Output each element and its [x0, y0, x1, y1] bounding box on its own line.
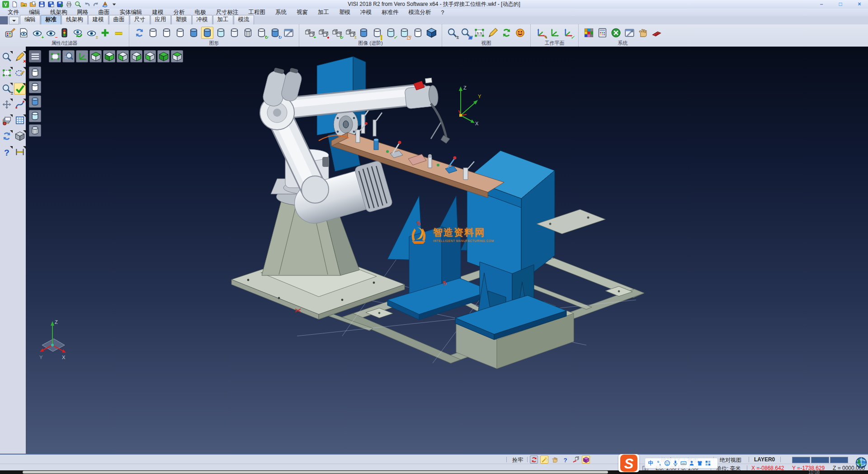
- edit-spline-icon[interactable]: [14, 99, 26, 110]
- tab-建模[interactable]: 建模: [88, 15, 108, 24]
- open-file-icon[interactable]: [20, 0, 28, 8]
- view-right-icon[interactable]: [157, 50, 170, 62]
- close-button[interactable]: ×: [854, 0, 865, 8]
- regenerate-view-icon[interactable]: [1, 130, 13, 142]
- solid-preview-icon[interactable]: [14, 130, 26, 142]
- dynamic-rotation-icon[interactable]: [571, 455, 580, 464]
- hatch-mode-icon[interactable]: [242, 27, 254, 39]
- undo-icon[interactable]: [83, 0, 91, 8]
- import-file-icon[interactable]: [29, 0, 37, 8]
- view-refresh-icon[interactable]: [500, 27, 513, 39]
- menu-item-加工[interactable]: 加工: [313, 8, 334, 17]
- minimize-button[interactable]: –: [816, 0, 827, 8]
- ime-language-icon[interactable]: 中: [647, 460, 655, 467]
- view-back-icon[interactable]: [130, 50, 142, 62]
- pick-filter-icon[interactable]: [551, 455, 559, 464]
- adv-view-manager-icon[interactable]: ●: [317, 27, 329, 39]
- measure-distance-icon[interactable]: [14, 146, 26, 158]
- system-calculator-icon[interactable]: [596, 27, 609, 39]
- view-top-icon[interactable]: [90, 50, 102, 62]
- solid-striped-icon[interactable]: ▌: [371, 27, 383, 39]
- tab-应用[interactable]: 应用: [151, 15, 171, 24]
- adv-add-view-icon[interactable]: +: [303, 27, 316, 39]
- attribute-paint-icon[interactable]: [4, 27, 16, 39]
- regenerate-icon[interactable]: [101, 0, 109, 8]
- tab-模流[interactable]: 模流: [234, 15, 254, 24]
- lock-toggle[interactable]: 拴牢: [512, 456, 523, 464]
- zoom-scale-1to1-icon[interactable]: 1:1: [473, 27, 486, 39]
- tab-加工[interactable]: 加工: [213, 15, 233, 24]
- magic-select-icon[interactable]: [540, 455, 548, 464]
- tab-曲面[interactable]: 曲面: [109, 15, 129, 24]
- menu-item-系统[interactable]: 系统: [270, 8, 292, 17]
- menu-item-视窗[interactable]: 视窗: [292, 8, 313, 17]
- add-to-filter-icon[interactable]: [99, 27, 111, 39]
- tab-编辑[interactable]: 编辑: [20, 15, 40, 24]
- save-copy-icon[interactable]: [56, 0, 64, 8]
- hidden-line-mode-icon[interactable]: [160, 27, 173, 39]
- workplane-create-icon[interactable]: ✎: [535, 27, 547, 39]
- save-file-icon[interactable]: [38, 0, 46, 8]
- solid-display-icon[interactable]: [358, 27, 370, 39]
- tab-冲模[interactable]: 冲模: [192, 15, 212, 24]
- ime-account-icon[interactable]: [688, 460, 695, 467]
- zoom-fly-icon[interactable]: [62, 50, 75, 62]
- view-mode-label[interactable]: 绝对视图: [720, 456, 741, 464]
- view-left-icon[interactable]: [144, 50, 156, 62]
- ime-skin-icon[interactable]: [696, 460, 703, 467]
- regen-solids-icon[interactable]: ↻: [255, 27, 268, 39]
- update-solids-icon[interactable]: ↻: [269, 27, 281, 39]
- move-entity-icon[interactable]: [1, 99, 13, 110]
- select-lasso-icon[interactable]: [14, 67, 26, 79]
- selection-pick-icon[interactable]: [637, 27, 649, 39]
- new-file-icon[interactable]: [11, 0, 19, 8]
- solid-tag-icon[interactable]: ◳: [398, 27, 410, 39]
- status-help-icon[interactable]: ?: [561, 455, 569, 464]
- restore-button[interactable]: □: [835, 0, 846, 8]
- view-front-icon[interactable]: [117, 50, 129, 62]
- customize-quick-access-icon[interactable]: [110, 0, 118, 8]
- context-help-icon[interactable]: ?: [1, 146, 13, 158]
- ime-punctuation-icon[interactable]: °,: [655, 460, 663, 467]
- ime-toolbox-icon[interactable]: [704, 460, 712, 467]
- sogou-logo-icon[interactable]: S: [618, 454, 639, 472]
- solid-verify-icon[interactable]: ✓: [385, 27, 397, 39]
- render-cube-toggle-icon[interactable]: [582, 455, 590, 464]
- shaded-edges-mode-icon[interactable]: [201, 27, 213, 39]
- page-visibility-icon[interactable]: [18, 27, 30, 39]
- grid-settings-icon[interactable]: [651, 27, 663, 39]
- flat-shaded-mode-icon[interactable]: [228, 27, 241, 39]
- wireframe-mode-icon[interactable]: [147, 27, 159, 39]
- menu-item-塑模[interactable]: 塑模: [334, 8, 355, 17]
- ribbon-collapse-button[interactable]: [9, 17, 19, 24]
- redo-icon[interactable]: [92, 0, 100, 8]
- render-shaded-edges-icon[interactable]: [29, 110, 41, 122]
- viewport-menu-icon[interactable]: [29, 50, 41, 62]
- zoom-dynamic-icon[interactable]: ±: [446, 27, 458, 39]
- menu-item-标准件[interactable]: 标准件: [377, 8, 404, 17]
- confirm-selection-icon[interactable]: [14, 83, 26, 95]
- ime-emoji-icon[interactable]: [663, 460, 671, 467]
- view-section-icon[interactable]: [487, 27, 499, 39]
- tab-尺寸[interactable]: 尺寸: [130, 15, 150, 24]
- tab-标准[interactable]: 标准: [41, 15, 61, 24]
- view-isometric-icon[interactable]: [171, 50, 183, 62]
- 3d-viewport[interactable]: 5 5 Z Y X: [26, 47, 868, 454]
- render-hidden-line-icon[interactable]: [29, 81, 41, 93]
- menu-item-?[interactable]: ?: [436, 9, 449, 16]
- render-hatched-icon[interactable]: [29, 124, 41, 137]
- menu-item-模流分析[interactable]: 模流分析: [404, 8, 436, 17]
- erase-entity-icon[interactable]: ✕: [14, 51, 26, 63]
- toggle-visibility-icon[interactable]: ±: [85, 27, 98, 39]
- solid-wireframe-icon[interactable]: [412, 27, 424, 39]
- transparent-mode-icon[interactable]: [215, 27, 227, 39]
- save-as-icon[interactable]: [47, 0, 55, 8]
- adv-refresh-view-icon[interactable]: ↻: [330, 27, 343, 39]
- graphics-settings-icon[interactable]: [283, 27, 295, 39]
- workplane-align-icon[interactable]: [548, 27, 561, 39]
- zoom-in-out-icon[interactable]: ±: [1, 83, 13, 95]
- render-wireframe-icon[interactable]: [29, 66, 41, 79]
- solid-cube-view-icon[interactable]: [425, 27, 438, 39]
- dashed-hidden-mode-icon[interactable]: [174, 27, 186, 39]
- tab-塑膜[interactable]: 塑膜: [171, 15, 192, 24]
